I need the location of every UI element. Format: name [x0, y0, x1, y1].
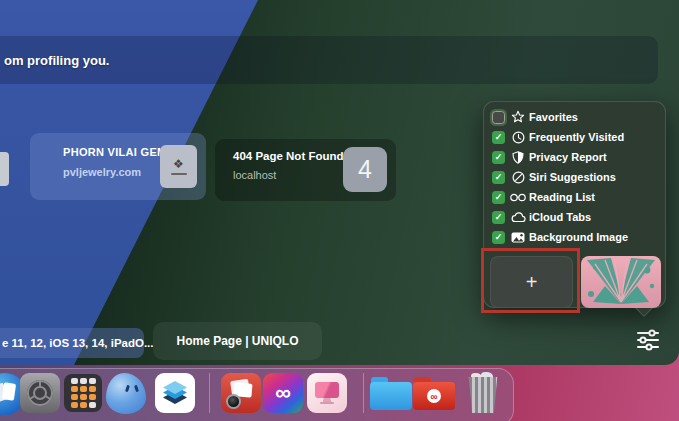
partial-tile-fragment	[0, 152, 9, 186]
trash-icon[interactable]	[466, 373, 506, 413]
cloud-icon	[510, 210, 526, 224]
system-settings-icon[interactable]	[20, 373, 60, 413]
popover-item-favorites[interactable]: Favorites	[484, 107, 665, 127]
item-label: Frequently Visited	[529, 131, 624, 143]
checkbox[interactable]	[492, 211, 505, 224]
popover-item-icloud-tabs[interactable]: iCloud Tabs	[484, 207, 665, 227]
thumbnail-gems[interactable]: PHORN VILAI GEMS pvljewelry.com ❖	[30, 133, 206, 200]
layers-app-icon[interactable]	[155, 373, 195, 413]
photos-camera-app-icon[interactable]	[221, 373, 261, 413]
image-icon	[510, 230, 526, 244]
dock-divider	[363, 373, 364, 413]
blue-drop-mascot-icon[interactable]	[106, 373, 146, 413]
popover-item-frequently-visited[interactable]: Frequently Visited	[484, 127, 665, 147]
sliders-icon	[635, 327, 661, 353]
thumbnail-url: pvljewelry.com	[63, 166, 141, 178]
thumbnail-404[interactable]: 404 Page Not Found localhost 4	[215, 139, 396, 201]
thumbnail-url: localhost	[233, 169, 276, 181]
checkbox[interactable]	[492, 131, 505, 144]
checkbox[interactable]	[492, 171, 505, 184]
checkbox[interactable]	[492, 151, 505, 164]
blue-folder-icon[interactable]	[370, 377, 410, 417]
glasses-icon	[510, 190, 526, 204]
popover-item-privacy-report[interactable]: Privacy Report	[484, 147, 665, 167]
item-label: Favorites	[529, 111, 578, 123]
item-label: Privacy Report	[529, 151, 607, 163]
customize-start-page-button[interactable]	[630, 322, 666, 358]
gems-emblem-icon: ❖	[173, 158, 184, 170]
shield-icon	[510, 150, 526, 164]
popover-item-reading-list[interactable]: Reading List	[484, 187, 665, 207]
favicon-placeholder: 4	[343, 147, 387, 192]
item-label: iCloud Tabs	[529, 211, 591, 223]
adobe-creative-cloud-icon[interactable]: ∞	[263, 373, 303, 413]
pink-imac-app-icon[interactable]	[307, 373, 347, 413]
banner-text: om profiling you.	[0, 53, 109, 68]
item-label: Background Image	[529, 231, 628, 243]
checkbox[interactable]	[492, 191, 505, 204]
desktop: om profiling you. PHORN VILAI GEMS pvlje…	[0, 0, 679, 421]
red-adobe-folder-icon[interactable]: ∞	[413, 377, 453, 417]
dock: ∞ ∞	[0, 368, 514, 421]
tab-title-ipados[interactable]: e 11, 12, iOS 13, 14, iPadO...	[0, 328, 144, 358]
webpage-banner: om profiling you.	[0, 36, 658, 84]
thumbnail-title: PHORN VILAI GEMS	[63, 146, 174, 158]
star-icon	[510, 110, 526, 124]
calculator-icon[interactable]	[64, 374, 104, 414]
checkbox[interactable]	[492, 111, 505, 124]
item-label: Siri Suggestions	[529, 171, 616, 183]
checkbox[interactable]	[492, 231, 505, 244]
gems-logo: ❖	[160, 145, 197, 188]
item-label: Reading List	[529, 191, 595, 203]
background-image-thumbnail[interactable]	[581, 256, 661, 308]
dock-divider	[209, 373, 210, 413]
siri-icon	[510, 170, 526, 184]
annotation-highlight-box	[481, 248, 580, 313]
tab-title-uniqlo[interactable]: Home Page | UNIQLO	[153, 322, 322, 360]
clock-icon	[510, 130, 526, 144]
popover-item-background-image[interactable]: Background Image	[484, 227, 665, 247]
thumbnail-title: 404 Page Not Found	[233, 150, 344, 162]
popover-item-siri-suggestions[interactable]: Siri Suggestions	[484, 167, 665, 187]
